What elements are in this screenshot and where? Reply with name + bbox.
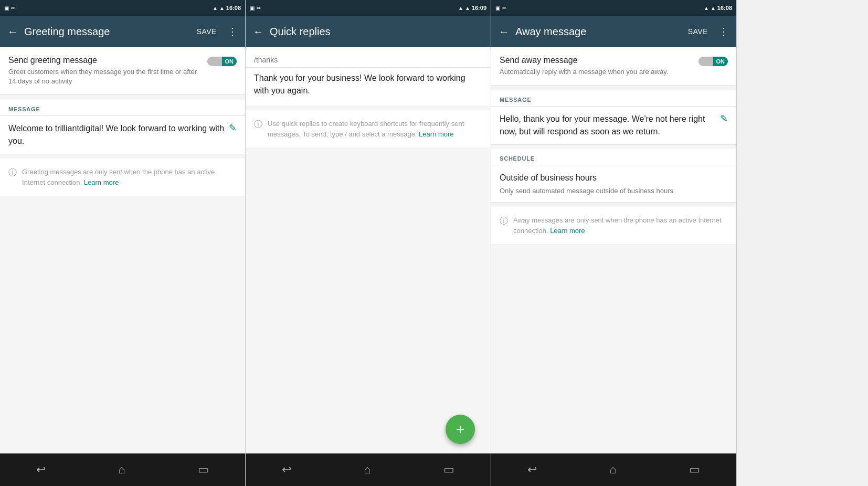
toggle-subtitle-1: Greet customers when they message you th… xyxy=(8,67,201,86)
status-bar-left-3: ▣ ✏ xyxy=(495,5,506,11)
info-row-2: ⓘ Use quick replies to create keyboard s… xyxy=(246,110,491,147)
wifi-icon-3: ▲ xyxy=(704,5,709,11)
nav-back-icon-2[interactable]: ↩ xyxy=(282,463,291,477)
nav-recents-icon-1[interactable]: ▭ xyxy=(198,463,209,477)
wifi-icon-2: ▲ xyxy=(458,5,463,11)
message-text-1: Welcome to trilliantdigital! We look for… xyxy=(8,122,225,147)
toolbar-1: ← Greeting message SAVE ⋮ xyxy=(0,16,245,47)
toggle-off-1 xyxy=(207,57,222,66)
status-time-1: 16:08 xyxy=(226,5,241,11)
toggle-on-1: ON xyxy=(222,57,237,66)
schedule-area: Outside of business hours Only send auto… xyxy=(491,165,736,203)
info-icon-3: ⓘ xyxy=(500,216,508,227)
send-greeting-toggle-row: Send greeting message Greet customers wh… xyxy=(0,47,245,95)
info-text-1: Greeting messages are only sent when the… xyxy=(22,167,237,187)
quick-reply-text: Thank you for your business! We look for… xyxy=(246,68,491,105)
learn-more-link-1[interactable]: Learn more xyxy=(84,178,119,186)
nav-bar-3: ↩ ⌂ ▭ xyxy=(491,453,736,486)
quick-reply-shortcut: /thanks xyxy=(246,47,491,68)
add-quick-reply-fab[interactable]: + xyxy=(446,415,475,444)
screenshot-icon-3: ▣ xyxy=(495,5,500,11)
page-title-2: Quick replies xyxy=(270,26,483,38)
toggle-title-1: Send greeting message xyxy=(8,56,201,65)
message-area-1[interactable]: Welcome to trilliantdigital! We look for… xyxy=(0,116,245,154)
spacer-6 xyxy=(491,203,736,207)
nav-home-icon-3[interactable]: ⌂ xyxy=(609,463,616,477)
signal-icon-3: ▲ xyxy=(711,5,716,11)
save-button-1[interactable]: SAVE xyxy=(197,27,217,36)
page-title-3: Away message xyxy=(515,26,682,38)
status-time-3: 16:08 xyxy=(717,5,732,11)
learn-more-link-3[interactable]: Learn more xyxy=(550,227,585,235)
status-bar-1: ▣ ✏ ▲ ▲ 16:08 xyxy=(0,0,245,16)
nav-home-icon-1[interactable]: ⌂ xyxy=(118,463,125,477)
status-bar-right-3: ▲ ▲ 16:08 xyxy=(704,5,732,11)
back-button-1[interactable]: ← xyxy=(7,26,18,38)
back-button-3[interactable]: ← xyxy=(499,26,509,38)
schedule-section-label: SCHEDULE xyxy=(491,149,736,165)
nav-recents-icon-3[interactable]: ▭ xyxy=(689,463,700,477)
edit-icon-1[interactable]: ✎ xyxy=(229,122,237,134)
toggle-control-3[interactable]: ON xyxy=(698,57,728,66)
edit-status-icon: ✏ xyxy=(11,5,15,11)
toolbar-2: ← Quick replies xyxy=(246,16,491,47)
quick-reply-card: /thanks Thank you for your business! We … xyxy=(246,47,491,105)
nav-back-icon-1[interactable]: ↩ xyxy=(36,463,46,477)
toggle-subtitle-3: Automatically reply with a message when … xyxy=(500,67,692,77)
spacer-3 xyxy=(246,106,491,110)
send-away-toggle-row: Send away message Automatically reply wi… xyxy=(491,47,736,86)
spacer-4 xyxy=(491,86,736,90)
save-button-3[interactable]: SAVE xyxy=(688,27,708,36)
status-bar-3: ▣ ✏ ▲ ▲ 16:08 xyxy=(491,0,736,16)
toggle-title-3: Send away message xyxy=(500,56,692,65)
toggle-off-3 xyxy=(698,57,713,66)
back-button-2[interactable]: ← xyxy=(253,26,263,38)
nav-home-icon-2[interactable]: ⌂ xyxy=(364,463,371,477)
info-row-3: ⓘ Away messages are only sent when the p… xyxy=(491,207,736,244)
screen-quick-replies: ▣ ✏ ▲ ▲ 16:09 ← Quick replies /thanks Th… xyxy=(246,0,491,486)
schedule-title: Outside of business hours xyxy=(500,172,597,184)
toggle-control-1[interactable]: ON xyxy=(207,57,237,66)
nav-back-icon-3[interactable]: ↩ xyxy=(527,463,537,477)
edit-icon-3[interactable]: ✎ xyxy=(720,113,728,124)
page-title-1: Greeting message xyxy=(24,26,190,38)
toggle-text-block-3: Send away message Automatically reply wi… xyxy=(500,56,698,77)
content-2: /thanks Thank you for your business! We … xyxy=(246,47,491,453)
nav-bar-2: ↩ ⌂ ▭ xyxy=(246,453,491,486)
screenshot-icon: ▣ xyxy=(4,5,9,11)
content-3: Send away message Automatically reply wi… xyxy=(491,47,736,453)
info-row-1: ⓘ Greeting messages are only sent when t… xyxy=(0,159,245,196)
status-bar-left-2: ▣ ✏ xyxy=(250,5,261,11)
toggle-text-block-1: Send greeting message Greet customers wh… xyxy=(8,56,207,86)
learn-more-link-2[interactable]: Learn more xyxy=(419,130,453,138)
message-area-3[interactable]: Hello, thank you for your message. We're… xyxy=(491,107,736,145)
schedule-subtitle: Only send automated message outside of b… xyxy=(500,186,673,196)
signal-icon-1: ▲ xyxy=(219,5,225,11)
nav-recents-icon-2[interactable]: ▭ xyxy=(443,463,454,477)
info-icon-1: ⓘ xyxy=(8,167,17,178)
more-button-3[interactable]: ⋮ xyxy=(718,25,729,38)
fab-container: + xyxy=(446,415,475,444)
screen-away-message: ▣ ✏ ▲ ▲ 16:08 ← Away message SAVE ⋮ Send… xyxy=(491,0,737,486)
status-bar-2: ▣ ✏ ▲ ▲ 16:09 xyxy=(246,0,491,16)
status-bar-right-2: ▲ ▲ 16:09 xyxy=(458,5,486,11)
message-section-label-1: MESSAGE xyxy=(0,100,245,115)
info-text-content-3: Away messages are only sent when the pho… xyxy=(513,216,722,235)
edit-status-icon-3: ✏ xyxy=(502,5,506,11)
screen-greeting-message: ▣ ✏ ▲ ▲ 16:08 ← Greeting message SAVE ⋮ … xyxy=(0,0,246,486)
spacer-1 xyxy=(0,96,245,100)
info-icon-2: ⓘ xyxy=(254,119,262,130)
info-text-3: Away messages are only sent when the pho… xyxy=(513,215,728,236)
info-text-2: Use quick replies to create keyboard sho… xyxy=(268,119,482,139)
edit-status-icon-2: ✏ xyxy=(257,5,261,11)
more-button-1[interactable]: ⋮ xyxy=(227,25,238,38)
status-time-2: 16:09 xyxy=(472,5,486,11)
toolbar-3: ← Away message SAVE ⋮ xyxy=(491,16,736,47)
status-bar-right-1: ▲ ▲ 16:08 xyxy=(213,5,241,11)
toggle-on-3: ON xyxy=(713,57,728,66)
content-1: Send greeting message Greet customers wh… xyxy=(0,47,245,453)
wifi-icon-1: ▲ xyxy=(213,5,218,11)
spacer-2 xyxy=(0,154,245,159)
nav-bar-1: ↩ ⌂ ▭ xyxy=(0,453,245,486)
signal-icon-2: ▲ xyxy=(465,5,470,11)
